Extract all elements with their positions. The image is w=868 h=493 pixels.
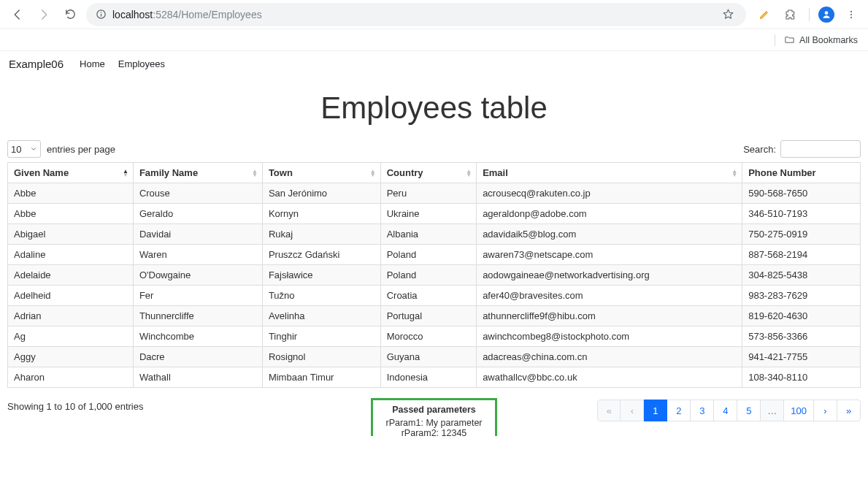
table-row: AdalineWarenPruszcz GdańskiPolandawaren7… xyxy=(8,245,861,265)
page-last[interactable]: » xyxy=(837,400,861,421)
pencil-icon[interactable] xyxy=(755,5,774,24)
col-header-given-name[interactable]: Given Name ▲▼ xyxy=(8,163,134,183)
pagination: «‹12345…100›» xyxy=(597,400,861,421)
cell-town: Rosignol xyxy=(262,347,380,367)
cell-given: Ag xyxy=(8,326,134,347)
cell-family: Davidai xyxy=(133,224,262,245)
cell-phone: 573-856-3366 xyxy=(742,326,861,347)
table-header-row: Given Name ▲▼ Family Name ▲▼ Town ▲▼ Cou… xyxy=(8,163,861,183)
browser-toolbar: localhost:5284/Home/Employees xyxy=(0,0,868,29)
sort-icon: ▲▼ xyxy=(370,169,376,177)
col-header-email[interactable]: Email ▲▼ xyxy=(477,163,742,183)
col-header-label: Given Name xyxy=(14,167,69,178)
col-header-family-name[interactable]: Family Name ▲▼ xyxy=(133,163,262,183)
cell-email: awinchcombeg8@istockphoto.com xyxy=(477,326,742,347)
cell-phone: 941-421-7755 xyxy=(742,347,861,367)
cell-phone: 346-510-7193 xyxy=(742,204,861,224)
site-info-icon[interactable] xyxy=(95,9,107,20)
page-3[interactable]: 3 xyxy=(691,400,714,421)
sort-icon: ▲▼ xyxy=(123,169,128,177)
col-header-phone[interactable]: Phone Number xyxy=(742,163,861,183)
col-header-town[interactable]: Town ▲▼ xyxy=(262,163,380,183)
nav-link-home[interactable]: Home xyxy=(80,58,105,69)
page-100[interactable]: 100 xyxy=(784,400,814,421)
cell-given: Aharon xyxy=(8,367,134,388)
svg-point-3 xyxy=(825,11,829,15)
col-header-country[interactable]: Country ▲▼ xyxy=(380,163,476,183)
back-button[interactable] xyxy=(7,4,28,25)
table-info: Showing 1 to 10 of 1,000 entries xyxy=(7,400,143,412)
cell-town: Tinghir xyxy=(262,326,380,347)
page-5[interactable]: 5 xyxy=(737,400,761,421)
table-row: AggyDacreRosignolGuyanaadacreas@china.co… xyxy=(8,347,861,367)
sort-icon: ▲▼ xyxy=(466,169,472,177)
sort-icon: ▲▼ xyxy=(731,169,737,177)
entries-per-page: 10 entries per page xyxy=(7,140,115,158)
star-icon[interactable] xyxy=(718,5,737,24)
col-header-label: Family Name xyxy=(139,167,198,178)
cell-email: aodowgaineae@networkadvertising.org xyxy=(477,265,742,286)
all-bookmarks-link[interactable]: All Bookmarks xyxy=(799,35,858,45)
table-row: AbbeCrouseSan JerónimoPeruacrousecq@raku… xyxy=(8,183,861,204)
params-title: Passed parameters xyxy=(386,405,483,415)
cell-town: San Jerónimo xyxy=(262,183,380,204)
sort-icon: ▲▼ xyxy=(252,169,258,177)
cell-country: Poland xyxy=(380,265,476,286)
page-first[interactable]: « xyxy=(597,400,621,421)
table-row: AharonWathallMimbaan TimurIndonesiaawath… xyxy=(8,367,861,388)
reload-button[interactable] xyxy=(60,4,80,25)
cell-family: Geraldo xyxy=(133,204,262,224)
cell-country: Croatia xyxy=(380,286,476,306)
cell-family: Crouse xyxy=(133,183,262,204)
table-row: AbbeGeraldoKornynUkraineageraldonp@adobe… xyxy=(8,204,861,224)
table-footer: Showing 1 to 10 of 1,000 entries Passed … xyxy=(7,400,861,421)
profile-avatar[interactable] xyxy=(818,7,834,23)
cell-email: adacreas@china.com.cn xyxy=(477,347,742,367)
search-input[interactable] xyxy=(780,140,861,158)
search-label: Search: xyxy=(743,144,776,155)
forward-button[interactable] xyxy=(34,4,54,25)
col-header-label: Email xyxy=(483,167,508,178)
entries-select[interactable]: 10 xyxy=(7,140,41,158)
svg-rect-2 xyxy=(100,14,101,17)
cell-country: Poland xyxy=(380,245,476,265)
kebab-menu-icon[interactable] xyxy=(842,5,861,24)
cell-town: Kornyn xyxy=(262,204,380,224)
extensions-icon[interactable] xyxy=(781,5,800,24)
page-1[interactable]: 1 xyxy=(644,400,667,421)
app-navbar: Example06 Home Employees xyxy=(0,51,868,77)
page-ellipsis: … xyxy=(761,400,784,421)
folder-icon xyxy=(784,34,795,45)
cell-town: Tužno xyxy=(262,286,380,306)
cell-country: Indonesia xyxy=(380,367,476,388)
table-row: AbigaelDavidaiRukajAlbaniaadavidaik5@blo… xyxy=(8,224,861,245)
cell-email: adavidaik5@blog.com xyxy=(477,224,742,245)
app-brand[interactable]: Example06 xyxy=(9,58,64,70)
table-row: AdrianThunnercliffeAvelinhaPortugalathun… xyxy=(8,306,861,326)
cell-phone: 819-620-4630 xyxy=(742,306,861,326)
address-bar[interactable]: localhost:5284/Home/Employees xyxy=(86,3,746,26)
cell-email: ageraldonp@adobe.com xyxy=(477,204,742,224)
cell-town: Pruszcz Gdański xyxy=(262,245,380,265)
bookmarks-bar: All Bookmarks xyxy=(0,29,868,51)
separator xyxy=(775,34,775,46)
table-search: Search: xyxy=(743,140,861,158)
nav-link-employees[interactable]: Employees xyxy=(118,58,165,69)
cell-town: Mimbaan Timur xyxy=(262,367,380,388)
cell-phone: 750-275-0919 xyxy=(742,224,861,245)
col-header-label: Phone Number xyxy=(748,167,815,178)
cell-email: afer40@bravesites.com xyxy=(477,286,742,306)
page-prev[interactable]: ‹ xyxy=(621,400,644,421)
page-next[interactable]: › xyxy=(814,400,837,421)
page-4[interactable]: 4 xyxy=(714,400,737,421)
page-2[interactable]: 2 xyxy=(667,400,691,421)
chevron-down-icon xyxy=(30,145,37,153)
svg-point-1 xyxy=(100,12,101,13)
cell-phone: 108-340-8110 xyxy=(742,367,861,388)
cell-given: Adelaide xyxy=(8,265,134,286)
cell-country: Albania xyxy=(380,224,476,245)
separator xyxy=(809,8,810,21)
page-content: Employees table 10 entries per page Sear… xyxy=(0,91,868,436)
cell-family: Dacre xyxy=(133,347,262,367)
page-title: Employees table xyxy=(7,91,861,126)
